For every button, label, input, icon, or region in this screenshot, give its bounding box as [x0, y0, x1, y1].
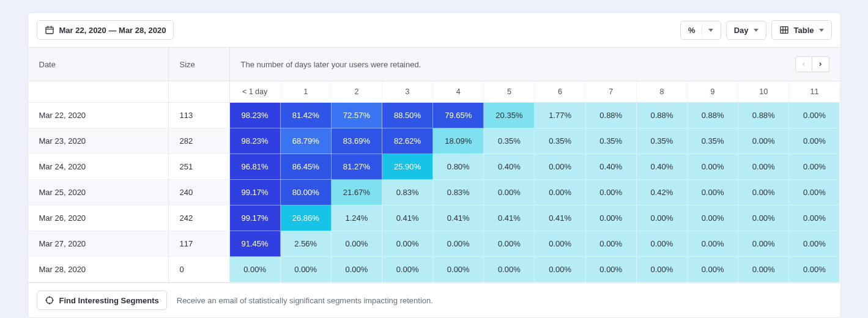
retention-cell[interactable]: 0.00% — [688, 205, 738, 231]
retention-cell[interactable]: 0.00% — [535, 231, 585, 257]
retention-cell[interactable]: 99.17% — [230, 180, 281, 205]
retention-cell[interactable]: 68.79% — [281, 128, 332, 154]
retention-cell[interactable]: 0.00% — [688, 154, 738, 180]
retention-cell[interactable]: 0.88% — [637, 103, 688, 128]
retention-cell[interactable]: 0.41% — [484, 205, 535, 231]
retention-cell[interactable]: 0.00% — [484, 180, 535, 205]
retention-cell[interactable]: 0.00% — [789, 205, 840, 231]
retention-cell[interactable]: 0.88% — [738, 103, 789, 128]
retention-cell[interactable]: 91.45% — [230, 231, 281, 257]
retention-cell[interactable]: 0.00% — [688, 180, 738, 205]
retention-cell[interactable]: 0.00% — [586, 180, 637, 205]
retention-cell[interactable]: 0.00% — [332, 257, 382, 283]
day-column-header: 1 — [281, 81, 332, 103]
retention-cell[interactable]: 0.00% — [382, 257, 433, 283]
retention-cell[interactable]: 0.00% — [789, 103, 840, 128]
retention-cell[interactable]: 0.00% — [738, 154, 789, 180]
retention-cell[interactable]: 0.00% — [586, 257, 637, 283]
retention-cell[interactable]: 0.00% — [382, 231, 433, 257]
retention-cell[interactable]: 0.00% — [738, 128, 789, 154]
panel-footer: Find Interesting Segments Receive an ema… — [28, 283, 840, 317]
retention-cell[interactable]: 0.00% — [535, 154, 585, 180]
retention-cell[interactable]: 82.62% — [382, 128, 433, 154]
retention-cell[interactable]: 0.00% — [586, 205, 637, 231]
retention-cell[interactable]: 0.35% — [535, 128, 585, 154]
retention-cell[interactable]: 0.00% — [281, 257, 332, 283]
retention-cell[interactable]: 0.41% — [433, 205, 484, 231]
retention-cell[interactable]: 0.00% — [688, 231, 738, 257]
row-size: 117 — [169, 231, 230, 257]
retention-cell[interactable]: 2.56% — [281, 231, 332, 257]
retention-cell[interactable]: 0.88% — [586, 103, 637, 128]
retention-cell[interactable]: 0.00% — [230, 257, 281, 283]
retention-cell[interactable]: 0.00% — [586, 231, 637, 257]
retention-cell[interactable]: 79.65% — [433, 103, 484, 128]
calendar-icon — [45, 25, 54, 35]
retention-cell[interactable]: 0.83% — [433, 180, 484, 205]
retention-cell[interactable]: 0.00% — [789, 128, 840, 154]
retention-cell[interactable]: 86.45% — [281, 154, 332, 180]
retention-cell[interactable]: 1.77% — [535, 103, 585, 128]
row-date: Mar 25, 2020 — [28, 180, 169, 205]
retention-cell[interactable]: 0.00% — [433, 231, 484, 257]
retention-cell[interactable]: 81.42% — [281, 103, 332, 128]
retention-cell[interactable]: 0.35% — [637, 128, 688, 154]
retention-cell[interactable]: 96.81% — [230, 154, 281, 180]
retention-cell[interactable]: 0.00% — [738, 257, 789, 283]
retention-cell[interactable]: 0.35% — [688, 128, 738, 154]
retention-cell[interactable]: 0.00% — [433, 257, 484, 283]
chevron-down-icon — [708, 29, 713, 32]
retention-cell[interactable]: 0.00% — [738, 180, 789, 205]
retention-cell[interactable]: 21.67% — [332, 180, 382, 205]
retention-cell[interactable]: 0.88% — [688, 103, 738, 128]
pager-prev-button[interactable] — [795, 56, 812, 72]
retention-cell[interactable]: 25.90% — [382, 154, 433, 180]
retention-cell[interactable]: 98.23% — [230, 103, 281, 128]
retention-cell[interactable]: 88.50% — [382, 103, 433, 128]
retention-cell[interactable]: 99.17% — [230, 205, 281, 231]
retention-cell[interactable]: 0.41% — [535, 205, 585, 231]
retention-cell[interactable]: 1.24% — [332, 205, 382, 231]
retention-cell[interactable]: 0.83% — [382, 180, 433, 205]
retention-cell[interactable]: 0.00% — [332, 231, 382, 257]
retention-cell[interactable]: 0.00% — [484, 231, 535, 257]
view-dropdown[interactable]: Table — [771, 20, 832, 40]
retention-cell[interactable]: 0.00% — [789, 180, 840, 205]
retention-cell[interactable]: 0.00% — [688, 257, 738, 283]
retention-cell[interactable]: 0.41% — [382, 205, 433, 231]
value-mode-dropdown[interactable]: % — [680, 21, 721, 40]
retention-cell[interactable]: 0.40% — [484, 154, 535, 180]
retention-cell[interactable]: 26.86% — [281, 205, 332, 231]
retention-cell[interactable]: 0.00% — [738, 205, 789, 231]
find-segments-button[interactable]: Find Interesting Segments — [37, 290, 167, 310]
retention-cell[interactable]: 0.35% — [586, 128, 637, 154]
date-range-picker[interactable]: Mar 22, 2020 — Mar 28, 2020 — [37, 20, 174, 40]
retention-cell[interactable]: 72.57% — [332, 103, 382, 128]
retention-cell[interactable]: 0.00% — [535, 180, 585, 205]
retention-cell[interactable]: 81.27% — [332, 154, 382, 180]
row-date: Mar 28, 2020 — [28, 257, 169, 283]
retention-cell[interactable]: 20.35% — [484, 103, 535, 128]
retention-cell[interactable]: 0.42% — [637, 180, 688, 205]
retention-cell[interactable]: 0.00% — [535, 257, 585, 283]
retention-cell[interactable]: 0.80% — [433, 154, 484, 180]
granularity-dropdown[interactable]: Day — [726, 21, 766, 40]
retention-cell[interactable]: 0.40% — [586, 154, 637, 180]
retention-cell[interactable]: 0.00% — [484, 257, 535, 283]
retention-cell[interactable]: 98.23% — [230, 128, 281, 154]
retention-cell[interactable]: 0.35% — [484, 128, 535, 154]
retention-cell[interactable]: 0.00% — [789, 231, 840, 257]
retention-cell[interactable]: 80.00% — [281, 180, 332, 205]
retention-cell[interactable]: 0.40% — [637, 154, 688, 180]
retention-cell[interactable]: 0.00% — [789, 257, 840, 283]
retention-cell[interactable]: 0.00% — [637, 205, 688, 231]
percent-icon: % — [688, 26, 696, 35]
retention-cell[interactable]: 0.00% — [789, 154, 840, 180]
retention-cell[interactable]: 0.00% — [637, 231, 688, 257]
pager-next-button[interactable] — [812, 56, 829, 72]
retention-cell[interactable]: 0.00% — [738, 231, 789, 257]
retention-cell[interactable]: 18.09% — [433, 128, 484, 154]
date-range-label: Mar 22, 2020 — Mar 28, 2020 — [59, 26, 166, 35]
retention-cell[interactable]: 0.00% — [637, 257, 688, 283]
retention-cell[interactable]: 83.69% — [332, 128, 382, 154]
